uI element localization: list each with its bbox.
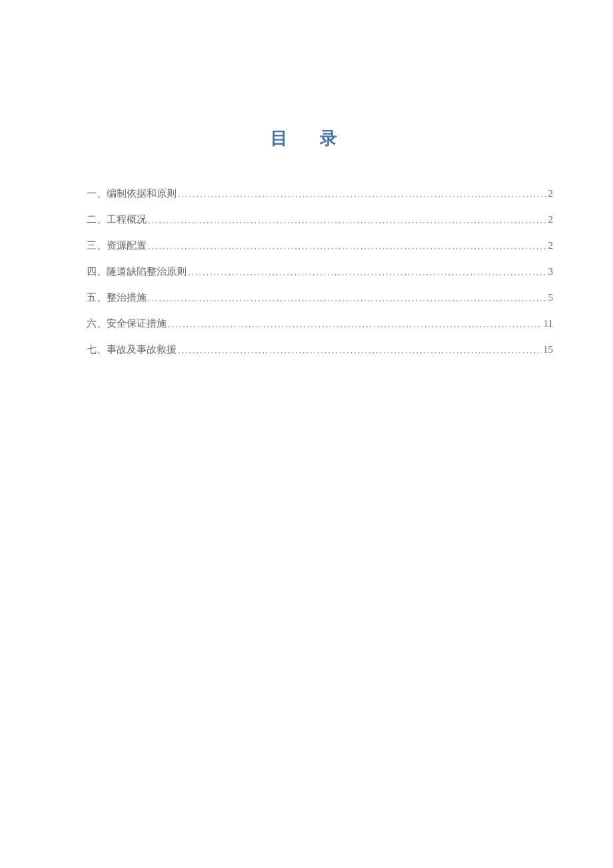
toc-entry: 四、隧道缺陷整治原则 .............................… [87, 265, 553, 278]
toc-entry: 六、安全保证措施 ...............................… [87, 317, 553, 330]
toc-entry-page: 2 [548, 188, 554, 199]
toc-entry: 七、事故及事故救援 ..............................… [87, 343, 553, 356]
toc-entry-label: 三、资源配置 [87, 239, 147, 252]
toc-entry-label: 六、安全保证措施 [87, 317, 167, 330]
table-of-contents: 一、编制依据和原则 ..............................… [87, 187, 553, 356]
toc-entry: 三、资源配置 .................................… [87, 239, 553, 252]
toc-entry-label: 四、隧道缺陷整治原则 [87, 265, 187, 278]
toc-entry-page: 2 [548, 240, 554, 251]
toc-entry-label: 二、工程概况 [87, 213, 147, 226]
toc-leader-dots: ........................................… [188, 267, 547, 278]
toc-leader-dots: ........................................… [168, 319, 542, 330]
toc-entry-page: 15 [543, 344, 553, 355]
toc-leader-dots: ........................................… [178, 345, 542, 356]
toc-entry-page: 2 [548, 214, 554, 225]
toc-leader-dots: ........................................… [148, 215, 547, 226]
toc-title: 目录 [87, 127, 553, 150]
toc-entry: 五、整治措施 .................................… [87, 291, 553, 304]
toc-entry: 二、工程概况 .................................… [87, 213, 553, 226]
toc-entry-label: 一、编制依据和原则 [87, 187, 177, 200]
document-page: 目录 一、编制依据和原则 ...........................… [0, 0, 613, 356]
toc-leader-dots: ........................................… [148, 241, 547, 252]
toc-entry-page: 3 [548, 266, 554, 277]
toc-entry-page: 11 [544, 318, 553, 329]
toc-entry-label: 五、整治措施 [87, 291, 147, 304]
toc-entry: 一、编制依据和原则 ..............................… [87, 187, 553, 200]
toc-entry-label: 七、事故及事故救援 [87, 343, 177, 356]
toc-entry-page: 5 [548, 292, 554, 303]
toc-leader-dots: ........................................… [178, 189, 547, 200]
toc-leader-dots: ........................................… [148, 293, 547, 304]
